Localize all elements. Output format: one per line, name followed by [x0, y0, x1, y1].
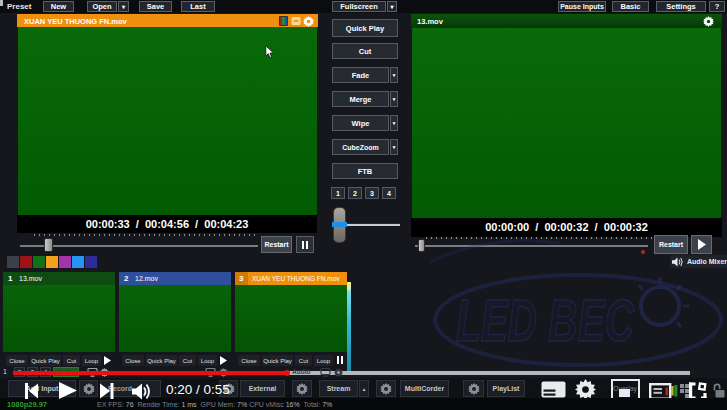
svg-text:LED BEC: LED BEC — [456, 287, 635, 354]
